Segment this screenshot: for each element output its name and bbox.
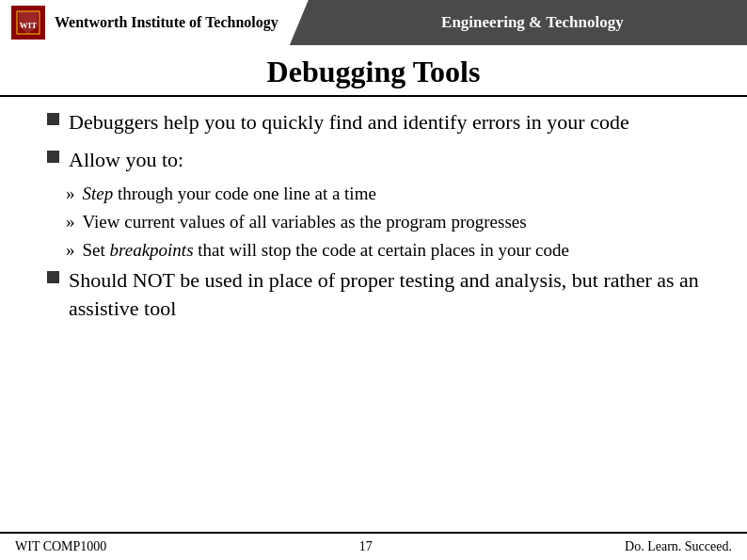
sub-bullet-text-2: View current values of all variables as … bbox=[83, 211, 527, 234]
bullet-text-3: Should NOT be used in place of proper te… bbox=[69, 266, 709, 322]
bullet-item-2: Allow you to: bbox=[47, 146, 709, 174]
sub-bullet-item-3: » Set breakpoints that will stop the cod… bbox=[66, 239, 709, 263]
step-italic: Step bbox=[83, 184, 114, 203]
sub-bullets: » Step through your code one line at a t… bbox=[47, 183, 709, 262]
sub-bullet-arrow-1: » bbox=[66, 184, 75, 204]
sub-bullet-arrow-3: » bbox=[66, 240, 75, 261]
sub-bullet-item-2: » View current values of all variables a… bbox=[66, 211, 709, 234]
footer-left: WIT COMP1000 bbox=[15, 539, 106, 554]
header-right: Engineering & Technology bbox=[290, 0, 747, 45]
bullet-square-3 bbox=[47, 271, 59, 283]
footer-center: 17 bbox=[359, 539, 373, 554]
sub-bullet-item-1: » Step through your code one line at a t… bbox=[66, 183, 709, 206]
department-name: Engineering & Technology bbox=[441, 13, 624, 32]
wit-logo: WIT bbox=[11, 6, 45, 40]
footer-right: Do. Learn. Succeed. bbox=[625, 539, 732, 554]
sub-bullet-text-1: Step through your code one line at a tim… bbox=[83, 183, 376, 206]
sub-bullet-text-3: Set breakpoints that will stop the code … bbox=[83, 239, 569, 263]
header: WIT Wentworth Institute of Technology En… bbox=[0, 0, 747, 45]
svg-text:WIT: WIT bbox=[20, 21, 38, 30]
institution-name: Wentworth Institute of Technology bbox=[55, 14, 278, 31]
bullet-square-1 bbox=[47, 113, 59, 125]
content-area: Debuggers help you to quickly find and i… bbox=[0, 97, 747, 340]
breakpoints-italic: breakpoints bbox=[110, 240, 194, 260]
bullet-item-1: Debuggers help you to quickly find and i… bbox=[47, 108, 709, 136]
sub-bullet-arrow-2: » bbox=[66, 212, 75, 232]
footer: WIT COMP1000 17 Do. Learn. Succeed. bbox=[0, 532, 747, 560]
bullet-square-2 bbox=[47, 151, 59, 163]
bullet-text-2: Allow you to: bbox=[69, 146, 183, 174]
header-left: WIT Wentworth Institute of Technology bbox=[0, 0, 290, 45]
bullet-text-1: Debuggers help you to quickly find and i… bbox=[69, 108, 629, 136]
page-title: Debugging Tools bbox=[19, 55, 728, 89]
bullet-item-3: Should NOT be used in place of proper te… bbox=[47, 266, 709, 322]
title-section: Debugging Tools bbox=[0, 45, 747, 97]
